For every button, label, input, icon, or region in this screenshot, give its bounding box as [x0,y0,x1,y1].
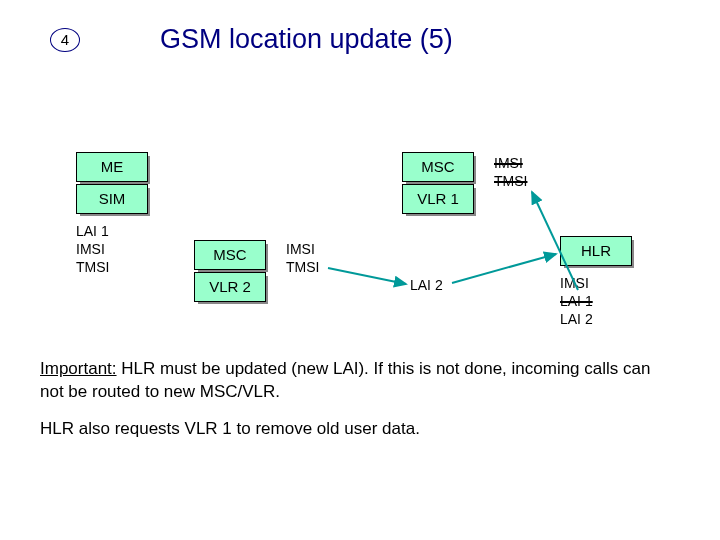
para-1: Important: HLR must be updated (new LAI)… [40,358,660,404]
sim-data-lai1: LAI 1 [76,222,109,240]
vlr2-data-lai2: LAI 2 [410,276,443,294]
box-me: ME [76,152,148,182]
slide-title: GSM location update (5) [160,24,453,55]
svg-line-1 [452,254,556,283]
para-2: HLR also requests VLR 1 to remove old us… [40,418,660,441]
vlr2-data-tmsi: TMSI [286,258,319,276]
hlr-data-lai1: LAI 1 [560,292,593,310]
sim-data-imsi: IMSI [76,240,109,258]
vlr2-data-left: IMSI TMSI [286,240,319,276]
box-msc-b: MSC [194,240,266,270]
para-1-prefix: Important: [40,359,117,378]
box-hlr: HLR [560,236,632,266]
box-vlr1: VLR 1 [402,184,474,214]
hlr-data: IMSI LAI 1 LAI 2 [560,274,593,329]
sim-data: LAI 1 IMSI TMSI [76,222,109,277]
vlr1-data-tmsi: TMSI [494,172,527,190]
sim-data-tmsi: TMSI [76,258,109,276]
box-sim: SIM [76,184,148,214]
vlr1-data: IMSI TMSI [494,154,527,190]
svg-line-0 [328,268,406,284]
box-vlr2: VLR 2 [194,272,266,302]
hlr-data-imsi: IMSI [560,274,593,292]
vlr1-data-imsi: IMSI [494,154,527,172]
box-msc-a: MSC [402,152,474,182]
slide-number-badge: 4 [50,28,80,52]
hlr-data-lai2: LAI 2 [560,310,593,328]
vlr2-data-imsi: IMSI [286,240,319,258]
para-1-rest: HLR must be updated (new LAI). If this i… [40,359,650,401]
